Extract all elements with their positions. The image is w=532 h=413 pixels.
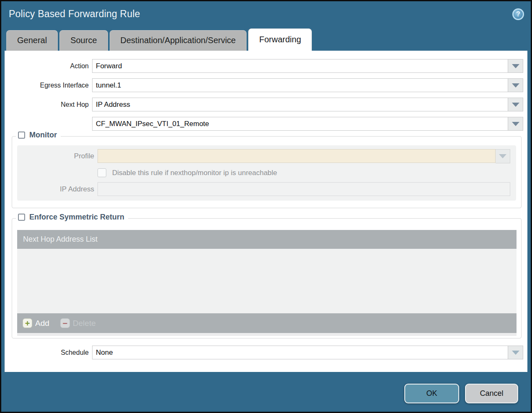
table-footer: + Add − Delete: [17, 313, 517, 333]
profile-input: [98, 149, 496, 163]
profile-row: Profile: [23, 149, 510, 163]
schedule-dropdown-button[interactable]: [508, 346, 523, 359]
schedule-label: Schedule: [5, 349, 89, 356]
action-row: Action: [5, 59, 527, 73]
table-bottom-strip: [17, 333, 517, 336]
monitor-legend-label: Monitor: [29, 131, 57, 139]
tab-source[interactable]: Source: [59, 30, 108, 51]
next-hop-type-input[interactable]: [92, 98, 508, 111]
egress-interface-row: Egress Interface: [5, 78, 527, 92]
action-dropdown-button[interactable]: [508, 59, 523, 73]
chevron-down-icon: [512, 103, 519, 107]
schedule-row: Schedule: [5, 346, 527, 359]
delete-button-label: Delete: [73, 319, 96, 328]
pbf-rule-dialog: Policy Based Forwarding Rule ? General S…: [0, 0, 532, 413]
chevron-down-icon: [512, 83, 519, 88]
next-hop-address-row: [5, 117, 527, 131]
add-button[interactable]: + Add: [23, 318, 49, 328]
delete-icon: −: [60, 318, 70, 328]
tab-forwarding[interactable]: Forwarding: [248, 28, 312, 51]
symmetric-return-fieldset: Enforce Symmetric Return Next Hop Addres…: [12, 218, 522, 338]
disable-rule-checkbox: [98, 168, 106, 177]
next-hop-address-input[interactable]: [92, 117, 508, 131]
monitor-ip-input: [98, 182, 510, 196]
monitor-fieldset: Monitor Profile Disable this rule if nex…: [12, 136, 522, 208]
egress-interface-input[interactable]: [92, 78, 508, 92]
table-header: Next Hop Address List: [17, 230, 517, 249]
symmetric-return-legend: Enforce Symmetric Return: [16, 213, 128, 222]
add-icon: +: [23, 318, 32, 328]
action-input[interactable]: [92, 59, 508, 73]
next-hop-row: Next Hop: [5, 98, 527, 111]
profile-label: Profile: [23, 152, 94, 160]
delete-button: − Delete: [60, 318, 96, 328]
next-hop-label: Next Hop: [5, 101, 89, 108]
table-header-label: Next Hop Address List: [23, 235, 98, 244]
chevron-down-icon: [512, 351, 519, 355]
disable-rule-row: Disable this rule if nexthop/monitor ip …: [98, 168, 510, 177]
chevron-down-icon: [512, 122, 519, 126]
symmetric-return-legend-label: Enforce Symmetric Return: [29, 213, 124, 222]
profile-dropdown-button: [496, 149, 510, 163]
monitor-panel: Profile Disable this rule if nexthop/mon…: [17, 145, 516, 201]
help-icon[interactable]: ?: [512, 8, 524, 20]
schedule-input[interactable]: [92, 346, 508, 359]
monitor-legend: Monitor: [16, 131, 61, 139]
action-label: Action: [5, 62, 89, 70]
add-button-label: Add: [35, 319, 49, 328]
tab-general[interactable]: General: [6, 30, 58, 51]
next-hop-address-dropdown-button[interactable]: [508, 117, 523, 131]
monitor-checkbox[interactable]: [18, 132, 25, 139]
tab-bar: General Source Destination/Application/S…: [1, 27, 531, 51]
tab-destination-application-service[interactable]: Destination/Application/Service: [110, 30, 247, 51]
ok-button[interactable]: OK: [404, 384, 459, 403]
forwarding-tab-panel: Action Egress Interface Next Hop: [5, 51, 527, 372]
next-hop-address-list-table: Next Hop Address List + Add − Delete: [17, 230, 517, 336]
egress-interface-label: Egress Interface: [5, 82, 89, 89]
chevron-down-icon: [512, 64, 519, 68]
chevron-down-icon: [499, 154, 506, 158]
dialog-title: Policy Based Forwarding Rule: [9, 8, 140, 20]
symmetric-return-checkbox[interactable]: [18, 214, 25, 221]
cancel-button[interactable]: Cancel: [465, 384, 518, 403]
table-body: [17, 249, 517, 313]
egress-interface-dropdown-button[interactable]: [508, 78, 523, 92]
dialog-footer: OK Cancel: [1, 372, 531, 413]
disable-rule-label: Disable this rule if nexthop/monitor ip …: [112, 169, 277, 177]
monitor-ip-label: IP Address: [23, 185, 94, 194]
monitor-ip-row: IP Address: [23, 182, 510, 196]
dialog-titlebar: Policy Based Forwarding Rule ?: [1, 1, 531, 27]
next-hop-type-dropdown-button[interactable]: [508, 98, 523, 111]
